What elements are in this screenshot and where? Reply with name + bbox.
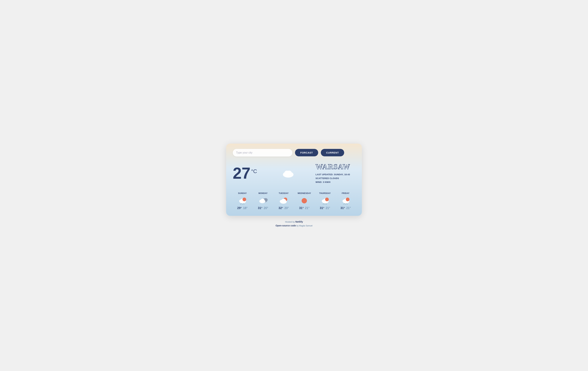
svg-point-22 [302, 198, 307, 203]
temps-wednesday: 31° 21° [299, 206, 309, 210]
footer: Hosted by Netlify Open-source code by Ma… [276, 220, 313, 228]
svg-point-26 [325, 198, 329, 201]
svg-point-31 [326, 204, 327, 204]
svg-point-39 [344, 204, 344, 204]
top-bar: FORCAST CURRENT [233, 149, 355, 157]
cloud-svg [280, 168, 295, 178]
day-label-tuesday: TUESDAY [279, 192, 289, 194]
forecast-icon-tuesday [279, 196, 288, 204]
forecast-icon-thursday [320, 196, 330, 204]
svg-point-38 [346, 203, 347, 204]
current-button[interactable]: CURRENT [321, 149, 344, 156]
svg-point-9 [242, 204, 243, 204]
forecast-sunday: SUNDAY 29° 18 [233, 192, 252, 210]
svg-point-8 [241, 203, 242, 204]
forecast-icon-wednesday [300, 196, 309, 204]
footer-hosted: Hosted by Netlify [276, 220, 313, 224]
svg-point-35 [346, 198, 349, 201]
high-temp-friday: 31° [340, 206, 345, 210]
current-weather-icon [262, 168, 312, 178]
svg-point-10 [243, 203, 244, 204]
svg-point-28 [325, 204, 325, 204]
low-temp-friday: 21° [346, 206, 351, 210]
forecast-section: SUNDAY 29° 18 [233, 192, 355, 210]
city-name: WARSAW [315, 162, 355, 171]
forecast-wednesday: WEDNESDAY 31° 21° [295, 192, 314, 210]
forecast-icon-monday [258, 196, 268, 204]
high-temp-tuesday: 32° [278, 206, 283, 210]
svg-point-40 [347, 204, 348, 204]
svg-point-12 [244, 204, 244, 204]
temps-friday: 31° 21° [340, 206, 351, 210]
svg-point-11 [240, 204, 241, 204]
svg-point-21 [282, 199, 286, 202]
low-temp-tuesday: 20° [284, 206, 289, 210]
current-weather-section: 27 °C WARSAW LAST UPDATED: SUNDAY, 18:43… [233, 162, 355, 184]
app-container: FORCAST CURRENT 27 °C WARSAW LAST UPDATE… [226, 144, 362, 216]
footer-opensource: Open-source code by Magda Samuel [276, 224, 313, 228]
temps-thursday: 31° 21° [320, 206, 330, 210]
low-temp-sunday: 18° [243, 206, 248, 210]
high-temp-wednesday: 31° [299, 206, 304, 210]
day-label-friday: FRIDAY [342, 192, 349, 194]
forecast-monday: MONDAY 31° 20° [253, 192, 273, 210]
temps-sunday: 29° 18° [237, 206, 248, 210]
day-label-thursday: THURSDAY [319, 192, 331, 194]
author-label: by Magda Samuel [296, 225, 312, 227]
high-temp-thursday: 31° [320, 206, 324, 210]
temps-monday: 31° 20° [258, 206, 268, 210]
temps-tuesday: 32° 20° [278, 206, 289, 210]
high-temp-monday: 31° [258, 206, 262, 210]
last-updated: LAST UPDATED: SUNDAY, 18:43 SCATTERED CL… [315, 173, 355, 184]
svg-point-3 [284, 170, 289, 175]
svg-point-7 [242, 198, 246, 201]
temperature-value: 27 [233, 165, 251, 181]
svg-point-29 [326, 203, 326, 204]
forecast-tuesday: TUESDAY 32° 20° [274, 192, 293, 210]
svg-point-37 [345, 204, 346, 204]
open-source-label: Open-source code [276, 224, 296, 227]
svg-point-17 [261, 199, 264, 201]
high-temp-sunday: 29° [237, 206, 242, 210]
forecast-thursday: THURSDAY 31° 21° [315, 192, 335, 210]
city-info: WARSAW LAST UPDATED: SUNDAY, 18:43 SCATT… [312, 162, 355, 184]
low-temp-wednesday: 21° [305, 206, 309, 210]
search-input[interactable] [233, 149, 292, 157]
forecast-icon-sunday [238, 196, 247, 204]
low-temp-thursday: 21° [326, 206, 330, 210]
svg-point-36 [344, 203, 345, 204]
netlify-label: Netlify [295, 220, 303, 223]
forecast-button[interactable]: FORCAST [295, 149, 318, 156]
day-label-sunday: SUNDAY [238, 192, 247, 194]
day-label-wednesday: WEDNESDAY [298, 192, 311, 194]
svg-point-30 [323, 204, 324, 204]
day-label-monday: MONDAY [258, 192, 268, 194]
temperature-display: 27 °C [233, 165, 262, 181]
low-temp-monday: 20° [264, 206, 268, 210]
temperature-unit: °C [251, 168, 257, 174]
forecast-icon-friday [341, 196, 350, 204]
svg-point-27 [324, 203, 324, 204]
forecast-friday: FRIDAY 31° 21° [336, 192, 355, 210]
